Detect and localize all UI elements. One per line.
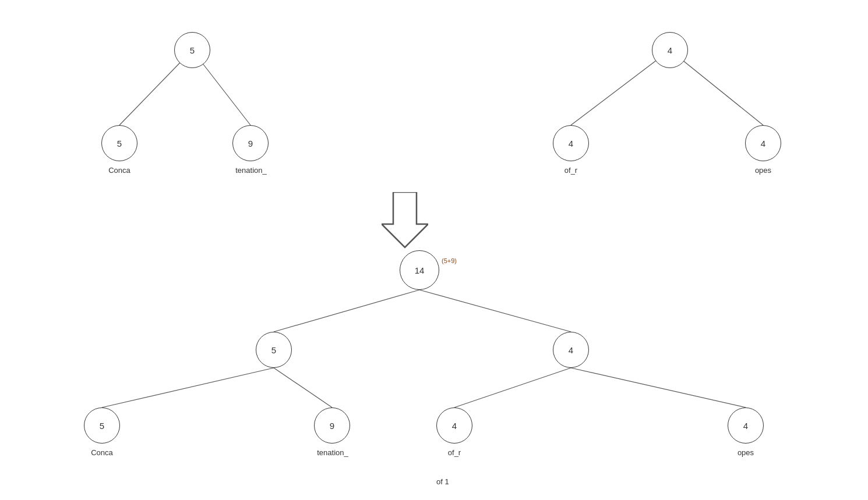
svg-line-9 bbox=[571, 368, 746, 407]
bottom-root-value: 14 bbox=[415, 265, 425, 275]
bottom-left-lr-value: 9 bbox=[330, 421, 334, 431]
bottom-right-child-node: 4 bbox=[553, 332, 589, 368]
bottom-left-child-value: 5 bbox=[271, 345, 276, 355]
svg-line-4 bbox=[274, 290, 419, 332]
bottom-left-ll-node: 5 bbox=[84, 407, 120, 444]
bottom-left-child-node: 5 bbox=[256, 332, 292, 368]
top-right-child-left-label: of_r bbox=[553, 166, 589, 175]
svg-line-7 bbox=[274, 368, 332, 407]
top-left-child-left-node: 5 bbox=[101, 125, 137, 161]
bottom-left-ll-value: 5 bbox=[100, 421, 104, 431]
bottom-right-rr-label: opes bbox=[728, 448, 764, 457]
top-left-child-right-node: 9 bbox=[232, 125, 269, 161]
bottom-left-lr-label: tenation_ bbox=[306, 448, 359, 457]
bottom-root-annotation: (5+9) bbox=[442, 257, 457, 264]
page-indicator: of 1 bbox=[436, 477, 449, 486]
top-right-root-value: 4 bbox=[668, 45, 672, 55]
svg-line-5 bbox=[419, 290, 571, 332]
bottom-left-lr-node: 9 bbox=[314, 407, 350, 444]
bottom-right-rl-value: 4 bbox=[452, 421, 457, 431]
top-left-root-value: 5 bbox=[190, 45, 195, 55]
merge-arrow bbox=[382, 192, 428, 250]
svg-line-8 bbox=[454, 368, 571, 407]
svg-marker-10 bbox=[382, 192, 428, 247]
top-right-child-right-node: 4 bbox=[745, 125, 781, 161]
top-right-child-left-value: 4 bbox=[569, 139, 573, 148]
bottom-right-child-value: 4 bbox=[569, 345, 573, 355]
top-left-child-right-value: 9 bbox=[248, 139, 253, 148]
bottom-left-ll-label: Conca bbox=[84, 448, 120, 457]
canvas: 5 5 Conca 9 tenation_ 4 4 of_r 4 opes 14… bbox=[0, 0, 868, 500]
bottom-right-rl-node: 4 bbox=[436, 407, 472, 444]
top-left-child-left-label: Conca bbox=[101, 166, 137, 175]
top-right-child-right-value: 4 bbox=[761, 139, 765, 148]
top-right-root-node: 4 bbox=[652, 32, 688, 68]
top-right-child-right-label: opes bbox=[745, 166, 781, 175]
svg-line-2 bbox=[571, 50, 670, 125]
top-left-child-left-value: 5 bbox=[117, 139, 122, 148]
top-left-child-right-label: tenation_ bbox=[224, 166, 278, 175]
bottom-root-node: 14 bbox=[400, 250, 439, 290]
bottom-right-rr-node: 4 bbox=[728, 407, 764, 444]
top-right-child-left-node: 4 bbox=[553, 125, 589, 161]
top-left-root-node: 5 bbox=[174, 32, 210, 68]
bottom-right-rl-label: of_r bbox=[436, 448, 472, 457]
bottom-right-rr-value: 4 bbox=[743, 421, 748, 431]
svg-line-6 bbox=[102, 368, 274, 407]
